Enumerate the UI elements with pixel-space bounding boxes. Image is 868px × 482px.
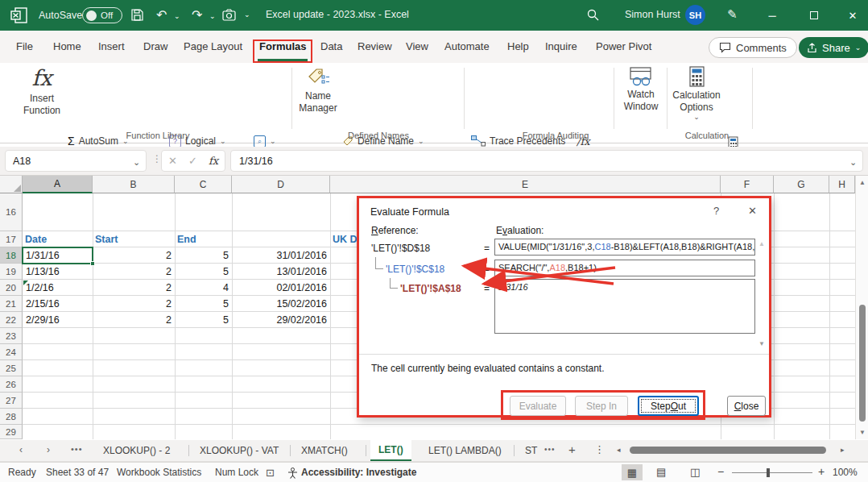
tab-insert[interactable]: Insert: [98, 40, 125, 52]
cell-d22[interactable]: 29/02/2016: [234, 314, 327, 326]
draw-ink-icon[interactable]: ✎: [727, 7, 738, 22]
share-button[interactable]: Share ⌄: [799, 37, 868, 58]
name-box[interactable]: A18 ⌄: [5, 150, 147, 172]
row-header-20[interactable]: 20: [0, 280, 23, 296]
zoom-out-button[interactable]: −: [717, 465, 724, 478]
zoom-in-button[interactable]: +: [818, 465, 825, 478]
row-header-17[interactable]: 17: [0, 231, 23, 247]
status-sheet-info[interactable]: Sheet 33 of 47: [46, 467, 109, 478]
tab-automate[interactable]: Automate: [444, 40, 490, 52]
name-manager-button[interactable]: Name Manager: [295, 66, 341, 129]
undo-icon[interactable]: ↶: [156, 7, 167, 23]
fill-handle[interactable]: [90, 261, 95, 266]
column-header-h[interactable]: H: [829, 176, 855, 193]
cell-b17[interactable]: Start: [95, 234, 118, 245]
scroll-up-arrow-icon[interactable]: ▲: [859, 179, 866, 186]
status-accessibility[interactable]: Accessibility: Investigate: [301, 467, 416, 478]
row-header-19[interactable]: 19: [0, 264, 23, 280]
row-header-24[interactable]: 24: [0, 344, 23, 360]
column-header-c[interactable]: C: [175, 176, 232, 193]
formula-bar-expand-chevron-icon[interactable]: ⌄: [849, 158, 857, 167]
hidden-tabs-ellipsis-icon[interactable]: •••: [544, 445, 556, 454]
column-header-g[interactable]: G: [774, 176, 829, 193]
sheet-tab-let-lambda[interactable]: LET() LAMBDA(): [420, 440, 510, 461]
calculation-options-button[interactable]: Calculation Options ⌄: [670, 66, 723, 129]
cell-d19[interactable]: 13/01/2016: [234, 266, 327, 277]
cell-c18[interactable]: 5: [177, 250, 229, 261]
sheet-options-icon[interactable]: ⋮: [594, 443, 605, 455]
comments-button[interactable]: Comments: [709, 37, 797, 58]
row-header-21[interactable]: 21: [0, 296, 23, 312]
cell-a21[interactable]: 2/15/16: [26, 298, 60, 310]
close-button[interactable]: ✕: [841, 3, 865, 27]
camera-icon[interactable]: [222, 9, 236, 21]
cell-c20[interactable]: 4: [177, 282, 229, 293]
cell-b21[interactable]: 2: [95, 298, 172, 310]
row-header-23[interactable]: 23: [0, 328, 23, 344]
dialog-close-icon[interactable]: ✕: [748, 205, 757, 217]
tab-help[interactable]: Help: [507, 40, 529, 52]
horizontal-scrollbar-thumb[interactable]: [630, 447, 826, 454]
save-icon[interactable]: [130, 8, 144, 22]
search-icon[interactable]: [586, 8, 600, 22]
sheet-tab-xlookup-vat[interactable]: XLOOKUP() - VAT: [192, 440, 287, 461]
row-header-16[interactable]: 16: [0, 193, 23, 231]
zoom-level[interactable]: 100%: [833, 467, 858, 478]
tab-review[interactable]: Review: [358, 40, 392, 52]
insert-function-fx-icon[interactable]: fx: [209, 155, 218, 167]
cell-b18[interactable]: 2: [95, 250, 172, 261]
close-button-dialog[interactable]: Close: [727, 396, 766, 416]
watch-window-button[interactable]: Watch Window: [617, 66, 665, 129]
cell-b20[interactable]: 2: [95, 282, 172, 293]
column-header-a[interactable]: A: [23, 176, 93, 193]
view-page-layout-icon[interactable]: ▤: [656, 466, 666, 478]
hscroll-right-arrow-icon[interactable]: ▸: [841, 446, 845, 454]
cell-d20[interactable]: 02/01/2016: [234, 282, 327, 293]
scroll-down-arrow-icon[interactable]: ▼: [859, 429, 866, 436]
row-header-27[interactable]: 27: [0, 393, 23, 409]
cell-a20[interactable]: 1/2/16: [26, 282, 54, 293]
eval-scroll-down-icon[interactable]: ▼: [758, 340, 765, 347]
column-header-e[interactable]: E: [330, 176, 721, 193]
row-header-25[interactable]: 25: [0, 360, 23, 376]
row-header-22[interactable]: 22: [0, 312, 23, 328]
dialog-help-icon[interactable]: ?: [713, 205, 719, 217]
cell-a19[interactable]: 1/13/16: [26, 266, 60, 277]
view-page-break-icon[interactable]: ◫: [690, 466, 700, 478]
autosave-toggle[interactable]: Off: [82, 7, 122, 23]
tab-data[interactable]: Data: [320, 40, 342, 52]
row-header-29[interactable]: 29: [0, 425, 23, 439]
minimize-button[interactable]: ─: [760, 3, 784, 27]
tab-inquire[interactable]: Inquire: [545, 40, 577, 52]
formula-input[interactable]: 1/31/16 ⌄: [230, 150, 863, 172]
tab-formulas[interactable]: Formulas: [259, 40, 307, 52]
status-workbook-statistics[interactable]: Workbook Statistics: [117, 467, 201, 478]
tab-file[interactable]: File: [16, 40, 33, 52]
insert-function-button[interactable]: fx Insert Function: [19, 66, 64, 129]
avatar[interactable]: SH: [685, 5, 705, 25]
sheet-tab-st-truncated[interactable]: ST: [517, 440, 545, 461]
cell-c19[interactable]: 5: [177, 266, 229, 277]
sheet-tab-let[interactable]: LET(): [370, 440, 411, 461]
user-name[interactable]: Simon Hurst: [625, 9, 680, 20]
vertical-scrollbar[interactable]: ▲ ▼: [855, 176, 868, 439]
zoom-slider-thumb[interactable]: [767, 468, 770, 477]
vertical-scrollbar-thumb[interactable]: [859, 305, 866, 422]
redo-icon[interactable]: ↷: [192, 7, 202, 23]
zoom-slider-track[interactable]: [732, 472, 812, 473]
tab-draw[interactable]: Draw: [143, 40, 167, 52]
undo-chevron-icon[interactable]: ⌄: [174, 13, 180, 20]
new-sheet-button[interactable]: +: [568, 443, 576, 456]
redo-chevron-icon[interactable]: ⌄: [209, 13, 216, 20]
sheet-tab-xmatch[interactable]: XMATCH(): [293, 440, 356, 461]
cell-a22[interactable]: 2/29/16: [26, 314, 60, 326]
tab-home[interactable]: Home: [53, 40, 81, 52]
cancel-icon[interactable]: ✕: [168, 155, 177, 167]
column-header-d[interactable]: D: [232, 176, 330, 193]
row-header-18[interactable]: 18: [0, 247, 23, 264]
cell-c17[interactable]: End: [177, 234, 196, 245]
sheet-nav-right-icon[interactable]: ›: [47, 444, 50, 455]
tab-view[interactable]: View: [406, 40, 428, 52]
select-all-corner[interactable]: [0, 176, 23, 193]
quick-access-toolbar-chevron-icon[interactable]: ⌄: [244, 11, 250, 19]
